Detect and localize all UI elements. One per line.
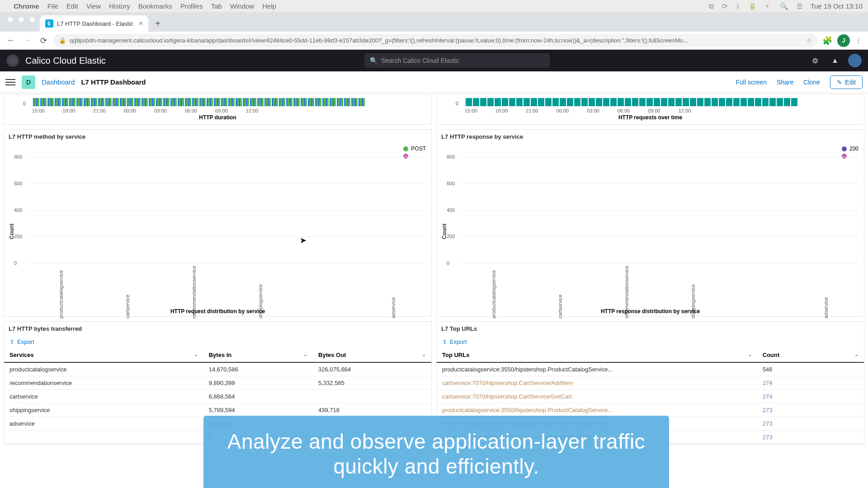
sync-icon[interactable]: ⟳ [722,2,728,10]
control-center-icon[interactable]: ☰ [797,2,802,10]
mini-xaxis-right: 15:0018:0021:0000:0003:0006:0009:0012:00 [440,106,860,113]
menu-view[interactable]: View [86,2,101,10]
http-duration-bars [8,96,428,106]
search-placeholder: Search Calico Cloud Elastic [381,57,459,64]
menu-profiles[interactable]: Profiles [180,2,203,10]
table-row[interactable]: productcatalogservice14,670,586326,075,6… [4,362,431,376]
table-row[interactable]: cartservice:7070/hipstershop.CartService… [437,390,864,404]
table-row[interactable]: cartservice6,868,564 [4,390,431,404]
menubar-clock[interactable]: Tue 19 Oct 13:10 [811,2,863,10]
zoom-window-icon[interactable] [29,16,35,23]
menu-edit[interactable]: Edit [66,2,78,10]
macos-menubar: Chrome File Edit View History Bookmarks … [0,0,868,13]
profile-avatar[interactable]: J [837,34,850,47]
y-zero: 0 [23,101,26,106]
method-chart-panel: L7 HTTP method by service POSTCount02004… [4,129,432,317]
menu-history[interactable]: History [109,2,130,10]
export-icon: ⇪ [9,338,14,345]
share-button[interactable]: Share [777,79,793,86]
http-requests-bars [440,96,860,106]
lock-icon: 🔒 [59,37,66,44]
panel-title: L7 HTTP response by service [437,130,864,144]
browser-tab[interactable]: E L7 HTTP Dashboard - Elastic × [40,15,148,32]
http-requests-label: HTTP requests over time [440,113,860,121]
menu-file[interactable]: File [47,2,58,10]
forward-button[interactable]: → [21,34,33,47]
pencil-icon: ✎ [837,79,842,86]
window-controls[interactable] [5,16,40,28]
favicon-icon: E [45,19,53,28]
globe-icon[interactable]: ⚙ [808,56,822,65]
page-subheader: D Dashboard L7 HTTP Dashboard Full scree… [0,71,868,93]
bluetooth-icon[interactable]: ᛒ [736,2,740,10]
app-header: Calico Cloud Elastic 🔍 Search Calico Clo… [0,50,868,71]
extensions-button[interactable]: 🧩 [821,34,834,47]
table-row[interactable]: productcatalogservice:3550/hipstershop.P… [437,362,864,376]
close-tab-icon[interactable]: × [139,19,143,28]
export-button[interactable]: ⇪ Export [4,336,431,348]
wifi-icon[interactable]: ᯤ [765,2,772,10]
chevron-down-icon: ⌄ [748,352,752,357]
nav-toggle-button[interactable] [5,79,15,85]
col-top-urls[interactable]: Top URLs⌄ [437,348,757,362]
col-services[interactable]: Services⌄ [4,348,203,362]
export-icon: ⇪ [442,338,447,345]
chrome-tabstrip: E L7 HTTP Dashboard - Elastic × + [0,13,868,32]
panel-title: L7 HTTP bytes transferred [4,322,431,336]
notifications-icon[interactable]: ▲ [828,56,842,65]
response-chart-panel: L7 HTTP response by service 200Count0200… [436,129,864,317]
user-avatar[interactable] [848,54,862,67]
menu-help[interactable]: Help [262,2,276,10]
method-chart[interactable]: POSTCount0200400600800productcatalogserv… [4,144,431,316]
panel-title: L7 HTTP method by service [4,130,431,144]
new-tab-button[interactable]: + [151,17,165,30]
table-row[interactable]: shippingservice5,789,594439,716 [4,404,431,417]
app-title: Calico Cloud Elastic [25,56,106,66]
response-chart[interactable]: 200Count0200400600800productcatalogservi… [437,144,864,316]
col-bytes-in[interactable]: Bytes In⌄ [203,348,313,362]
minimize-window-icon[interactable] [18,16,24,23]
breadcrumb-current: L7 HTTP Dashboard [81,78,146,86]
col-bytes-out[interactable]: Bytes Out⌄ [313,348,431,362]
chrome-toolbar: ← → ⟳ 🔒 qq9psbdn-management.calicocloud.… [0,32,868,50]
spotlight-icon[interactable]: 🔍 [780,2,788,10]
y-zero: 0 [456,101,458,106]
panel-title: L7 Top URLs [437,322,864,336]
chevron-down-icon: ⌄ [303,352,307,357]
http-duration-label: HTTP duration [8,113,428,121]
battery-icon[interactable]: 🔋 [748,2,757,10]
screen-icon[interactable]: ⧉ [709,2,714,10]
chevron-down-icon: ⌄ [854,352,859,357]
mini-xaxis-left: 15:0018:0021:0000:0003:0006:0009:0012:00 [8,106,428,113]
url-text: qq9psbdn-management.calicocloud.io/tiger… [70,37,688,44]
table-row[interactable]: productcatalogservice:3550/hipstershop.P… [437,404,864,417]
back-button[interactable]: ← [5,34,17,47]
app-logo-icon[interactable] [6,54,19,67]
promo-banner: Analyze and observe application-layer tr… [203,416,669,488]
menu-bookmarks[interactable]: Bookmarks [138,2,172,10]
col-count[interactable]: Count⌄ [757,348,864,362]
edit-button[interactable]: ✎ Edit [830,75,863,89]
bookmark-star-icon[interactable]: ☆ [807,37,812,44]
table-row[interactable]: recommendationservice9,890,3995,332,585 [4,376,431,390]
menubar-app[interactable]: Chrome [14,2,39,10]
menu-window[interactable]: Window [230,2,254,10]
chevron-down-icon: ⌄ [422,352,426,357]
tab-title: L7 HTTP Dashboard - Elastic [57,20,133,27]
table-row[interactable]: cartservice:7070/hipstershop.CartService… [437,376,864,390]
dashboard-badge: D [22,75,35,89]
http-requests-panel: 0 15:0018:0021:0000:0003:0006:0009:0012:… [436,94,864,125]
search-icon: 🔍 [370,57,377,64]
close-window-icon[interactable] [7,16,14,23]
app-search-input[interactable]: 🔍 Search Calico Cloud Elastic [364,53,550,68]
breadcrumb-root[interactable]: Dashboard [42,78,75,86]
chevron-down-icon: ⌄ [194,352,198,357]
reload-button[interactable]: ⟳ [37,34,50,47]
clone-button[interactable]: Clone [803,79,820,86]
menu-tab[interactable]: Tab [211,2,222,10]
address-bar[interactable]: 🔒 qq9psbdn-management.calicocloud.io/tig… [53,34,817,47]
http-duration-panel: 0 15:0018:0021:0000:0003:0006:0009:0012:… [4,94,432,125]
export-button[interactable]: ⇪ Export [437,336,864,348]
fullscreen-button[interactable]: Full screen [736,79,766,86]
chrome-menu-icon[interactable]: ⋮ [854,37,863,44]
